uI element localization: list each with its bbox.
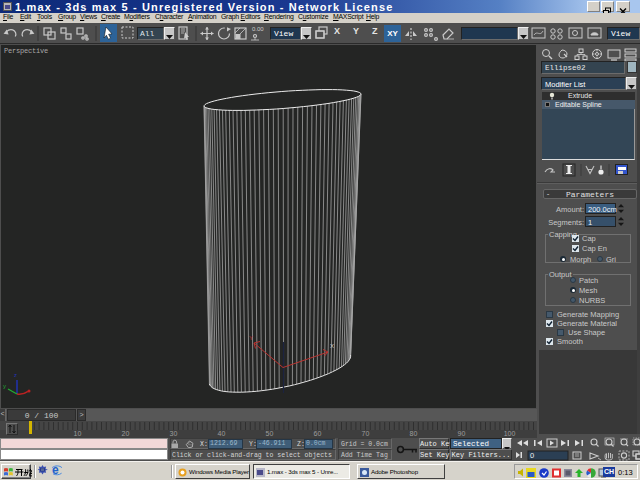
svg-text:Y: Y	[249, 335, 253, 341]
svg-text:X: X	[330, 343, 334, 349]
svg-text:y: y	[3, 383, 6, 389]
svg-text:z: z	[14, 372, 17, 378]
svg-text:0: 0	[530, 451, 534, 460]
svg-text:0.00: 0.00	[252, 26, 264, 32]
